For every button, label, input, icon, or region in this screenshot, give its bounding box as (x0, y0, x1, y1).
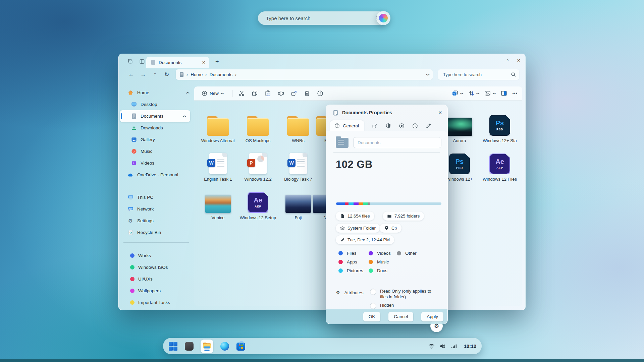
sidebar-item-downloads[interactable]: Downloads (119, 122, 194, 134)
apply-button[interactable]: Apply (421, 312, 443, 321)
taskbar-app-dark[interactable] (184, 342, 194, 351)
file-item[interactable]: AeAEP Windows 12 Files (481, 152, 518, 182)
photo-thumbnail (205, 195, 231, 213)
desktop: Documents ✕ + – ○ ✕ ← → ↑ ↻ › Home › Doc… (0, 0, 644, 362)
file-item[interactable]: P Windows 12.2 (239, 152, 276, 182)
rename-icon[interactable] (277, 90, 285, 97)
desktop-search[interactable] (258, 11, 386, 25)
sidebar-tag-uiux[interactable]: UI/UXs (119, 273, 194, 285)
windows-logo-icon (169, 342, 177, 351)
taskbar-store[interactable] (236, 342, 246, 351)
more-options-button[interactable]: ••• (512, 91, 518, 96)
tab-overview-icon[interactable] (126, 58, 134, 65)
copilot-button[interactable] (376, 11, 390, 25)
refresh-button[interactable]: ↻ (162, 70, 171, 79)
legend-dot (397, 251, 401, 255)
legend-dot (338, 251, 343, 255)
file-item[interactable]: Venice (200, 191, 236, 220)
back-button[interactable]: ← (127, 70, 136, 79)
breadcrumb-home[interactable]: Home (191, 72, 203, 77)
hidden-checkbox[interactable] (370, 303, 376, 309)
folder-name-input[interactable] (353, 137, 441, 148)
explorer-search-input[interactable] (442, 72, 511, 77)
sidebar-tag-works[interactable]: Works (119, 250, 194, 261)
minimize-button[interactable]: – (496, 58, 498, 63)
chevron-down-icon[interactable]: ❯ (426, 73, 430, 76)
start-button[interactable] (168, 342, 178, 351)
explorer-tab[interactable]: Documents ✕ (146, 57, 209, 68)
read-only-checkbox[interactable] (370, 289, 376, 295)
tab-location-icon[interactable] (398, 123, 405, 129)
paste-icon[interactable] (264, 90, 272, 97)
read-only-option[interactable]: Read Only (only applies to files in fold… (370, 289, 437, 300)
ok-button[interactable]: OK (363, 312, 381, 321)
sidebar-tag-windows-isos[interactable]: Windows ISOs (119, 261, 194, 273)
tab-history-icon[interactable] (412, 123, 418, 129)
delete-icon[interactable] (304, 90, 311, 97)
sidebar-tag-wallpapers[interactable]: Wallpapers (119, 285, 194, 297)
close-button[interactable]: ✕ (517, 58, 521, 63)
tag-dot (130, 253, 135, 258)
sidebar-tag-important-tasks[interactable]: Important Tasks (119, 297, 194, 308)
file-item[interactable]: PsPSD Windows 12+ Sta (481, 114, 518, 143)
up-button[interactable]: ↑ (151, 70, 159, 79)
tab-security-icon[interactable] (385, 123, 391, 129)
file-item[interactable]: AeAEP Windows 12 Setup (239, 191, 276, 220)
sidebar-item-network[interactable]: Network (119, 203, 194, 215)
new-tab-button[interactable]: + (215, 59, 219, 65)
forward-button[interactable]: → (139, 70, 148, 79)
sidebar-item-this-pc[interactable]: This PC (119, 191, 194, 203)
select-dropdown[interactable]: ❯ (451, 90, 463, 97)
explorer-search[interactable] (438, 69, 519, 80)
sidebar-item-music[interactable]: ♪ Music (119, 145, 194, 157)
address-bar[interactable]: › Home › Documents › ❯ (176, 69, 433, 80)
file-item[interactable]: W Biology Task 7 (280, 152, 317, 182)
sidebar-item-settings[interactable]: ⚙ Settings (119, 215, 194, 227)
sort-dropdown[interactable]: ❯ (468, 90, 479, 97)
storage-segment (368, 202, 370, 205)
legend-dot (369, 260, 373, 264)
sidebar-item-desktop[interactable]: Desktop (119, 99, 194, 110)
signal-icon[interactable] (451, 343, 458, 349)
split-view-icon[interactable] (138, 58, 146, 65)
cancel-button[interactable]: Cancel (388, 312, 413, 321)
desktop-icon (131, 102, 137, 108)
file-item[interactable]: W English Task 1 (200, 152, 236, 182)
preview-pane-icon[interactable] (500, 90, 507, 97)
tag-dot (130, 277, 135, 281)
tab-customize-icon[interactable] (425, 123, 431, 129)
view-dropdown[interactable]: ❯ (484, 90, 496, 97)
desktop-search-input[interactable] (265, 15, 375, 21)
taskbar-file-explorer[interactable] (201, 340, 213, 353)
sidebar-item-documents[interactable]: Documents ❯ (120, 110, 190, 122)
wifi-icon[interactable] (428, 343, 435, 349)
chevron-up-icon[interactable]: ❯ (182, 115, 186, 118)
taskbar-edge[interactable] (220, 342, 229, 351)
file-item[interactable]: OS Mockups (239, 114, 276, 143)
sidebar-item-gallery[interactable]: Gallery (119, 134, 194, 145)
sidebar-item-recycle-bin[interactable]: ♻ Recycle Bin (119, 227, 194, 238)
new-button[interactable]: New ❯ (199, 89, 226, 98)
volume-icon[interactable] (440, 343, 446, 349)
copy-icon[interactable] (251, 90, 259, 97)
share-icon[interactable] (290, 90, 298, 97)
dialog-close-button[interactable]: ✕ (438, 110, 442, 115)
breadcrumb-documents[interactable]: Documents (210, 72, 232, 77)
taskbar-clock[interactable]: 10:12 (464, 344, 476, 349)
cut-icon[interactable] (238, 90, 246, 97)
chevron-up-icon[interactable]: ❯ (186, 92, 189, 94)
music-icon: ♪ (131, 148, 137, 155)
tab-close-button[interactable]: ✕ (202, 60, 206, 65)
sidebar-item-videos[interactable]: Videos (119, 157, 194, 169)
tab-share-icon[interactable] (372, 123, 378, 129)
documents-icon (131, 113, 137, 119)
hidden-option[interactable]: Hidden (370, 303, 437, 309)
maximize-button[interactable]: ○ (506, 58, 509, 62)
sidebar-item-onedrive[interactable]: OneDrive - Personal (119, 169, 194, 181)
sidebar-item-home[interactable]: Home ❯ (119, 87, 194, 99)
tab-general[interactable]: General (330, 120, 364, 131)
legend-item: Files (338, 251, 357, 256)
file-item[interactable]: Windows Alternat (200, 114, 236, 143)
folder-type-chip: System Folder (336, 224, 380, 233)
properties-icon[interactable] (317, 90, 324, 97)
